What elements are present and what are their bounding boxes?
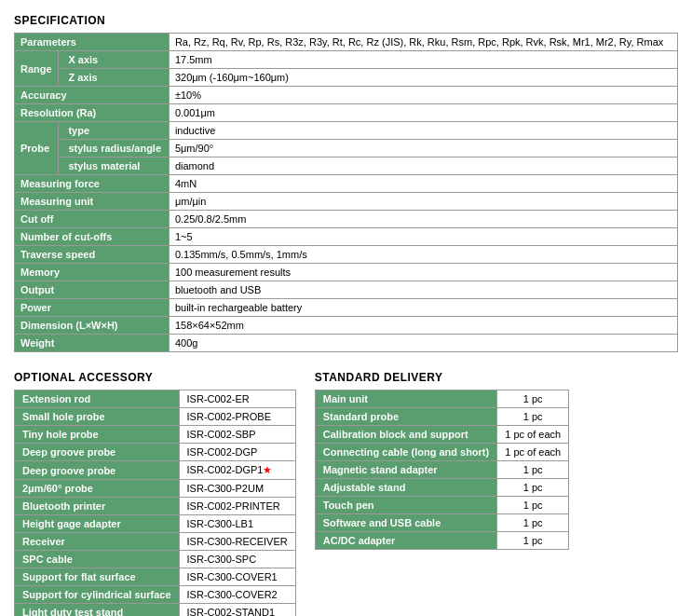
delivery-section: STANDARD DELIVERY Main unit 1 pc Standar… xyxy=(315,371,569,550)
memory-value: 100 measurement results xyxy=(169,264,677,281)
table-row: Number of cut-offs 1~5 xyxy=(15,228,678,246)
opt-label: Bluetooth printer xyxy=(15,498,180,515)
table-row: Height gage adapter ISR-C300-LB1 xyxy=(15,515,296,533)
table-row: AC/DC adapter 1 pc xyxy=(315,532,568,550)
del-label: Software and USB cable xyxy=(315,514,496,532)
table-row: Adjustable stand 1 pc xyxy=(315,479,568,497)
numcuts-value: 1~5 xyxy=(169,228,677,246)
range-label: Range xyxy=(15,51,59,87)
opt-value: ISR-C300-RECEIVER xyxy=(179,533,295,551)
table-row: Output bluetooth and USB xyxy=(15,281,678,299)
opt-label: 2μm/60° probe xyxy=(15,480,180,498)
range-z-label: Z axis xyxy=(59,69,170,87)
delivery-table: Main unit 1 pc Standard probe 1 pc Calib… xyxy=(315,390,569,550)
tspeed-label: Traverse speed xyxy=(15,246,170,264)
opt-label: Height gage adapter xyxy=(15,515,180,533)
table-row: Dimension (L×W×H) 158×64×52mm xyxy=(15,317,678,335)
table-row: 2μm/60° probe ISR-C300-P2UM xyxy=(15,480,296,498)
weight-value: 400g xyxy=(169,335,677,352)
spec-section: SPECIFICATION Parameters Ra, Rz, Rq, Rv,… xyxy=(14,14,678,352)
probe-type-label: type xyxy=(59,122,170,140)
table-row: Cut off 0.25/0.8/2.5mm xyxy=(15,211,678,228)
accuracy-label: Accuracy xyxy=(15,87,170,104)
cutoff-label: Cut off xyxy=(15,211,170,228)
power-value: built-in rechargeable battery xyxy=(169,299,677,317)
table-row: stylus radius/angle 5μm/90° xyxy=(15,140,678,157)
table-row: Traverse speed 0.135mm/s, 0.5mm/s, 1mm/s xyxy=(15,246,678,264)
opt-label: Light duty test stand xyxy=(15,604,180,617)
table-row: Accuracy ±10% xyxy=(15,87,678,104)
del-label: Magnetic stand adapter xyxy=(315,461,496,479)
dimension-label: Dimension (L×W×H) xyxy=(15,317,170,335)
del-label: Main unit xyxy=(315,390,496,408)
tspeed-value: 0.135mm/s, 0.5mm/s, 1mm/s xyxy=(169,246,677,264)
opt-value: ISR-C300-COVER1 xyxy=(179,568,295,586)
del-label: Adjustable stand xyxy=(315,479,496,497)
optional-section: OPTIONAL ACCESSORY Extension rod ISR-C00… xyxy=(14,371,296,616)
del-value: 1 pc xyxy=(497,497,569,514)
opt-label: SPC cable xyxy=(15,551,180,568)
table-row: stylus material diamond xyxy=(15,157,678,175)
opt-value: ISR-C300-P2UM xyxy=(179,480,295,498)
opt-label: Deep groove probe xyxy=(15,444,180,461)
probe-type-value: inductive xyxy=(169,122,677,140)
param-label: Parameters xyxy=(15,34,170,51)
spec-title: SPECIFICATION xyxy=(14,14,678,27)
opt-value: ISR-C002-DGP1★ xyxy=(179,461,295,480)
cutoff-value: 0.25/0.8/2.5mm xyxy=(169,211,677,228)
table-row: Calibration block and support 1 pc of ea… xyxy=(315,426,568,444)
opt-value: ISR-C002-PROBE xyxy=(179,408,295,426)
opt-value: ISR-C002-STAND1 xyxy=(179,604,295,617)
table-row: Magnetic stand adapter 1 pc xyxy=(315,461,568,479)
table-row: Main unit 1 pc xyxy=(315,390,568,408)
del-label: Touch pen xyxy=(315,497,496,514)
del-value: 1 pc xyxy=(497,390,569,408)
weight-label: Weight xyxy=(15,335,170,352)
table-row: Connecting cable (long and short) 1 pc o… xyxy=(315,444,568,461)
table-row: Resolution (Ra) 0.001μm xyxy=(15,104,678,122)
table-row: Light duty test stand ISR-C002-STAND1 xyxy=(15,604,296,617)
optional-table: Extension rod ISR-C002-ER Small hole pro… xyxy=(14,390,296,616)
table-row: Touch pen 1 pc xyxy=(315,497,568,514)
mforce-label: Measuring force xyxy=(15,175,170,193)
opt-label: Extension rod xyxy=(15,390,180,408)
opt-value: ISR-C002-PRINTER xyxy=(179,498,295,515)
memory-label: Memory xyxy=(15,264,170,281)
table-row: SPC cable ISR-C300-SPC xyxy=(15,551,296,568)
table-row: Power built-in rechargeable battery xyxy=(15,299,678,317)
opt-value: ISR-C300-LB1 xyxy=(179,515,295,533)
table-row: Weight 400g xyxy=(15,335,678,352)
optional-title: OPTIONAL ACCESSORY xyxy=(14,371,296,384)
delivery-title: STANDARD DELIVERY xyxy=(315,371,569,384)
del-value: 1 pc xyxy=(497,461,569,479)
probe-material-label: stylus material xyxy=(59,157,170,175)
power-label: Power xyxy=(15,299,170,317)
table-row: Probe type inductive xyxy=(15,122,678,140)
del-label: AC/DC adapter xyxy=(315,532,496,550)
del-value: 1 pc xyxy=(497,408,569,426)
resolution-label: Resolution (Ra) xyxy=(15,104,170,122)
param-value: Ra, Rz, Rq, Rv, Rp, Rs, R3z, R3y, Rt, Rc… xyxy=(169,34,677,51)
munit-value: μm/μin xyxy=(169,193,677,211)
table-row: Measuring force 4mN xyxy=(15,175,678,193)
opt-label: Small hole probe xyxy=(15,408,180,426)
table-row: Support for cylindrical surface ISR-C300… xyxy=(15,586,296,604)
accuracy-value: ±10% xyxy=(169,87,677,104)
probe-radius-value: 5μm/90° xyxy=(169,140,677,157)
del-value: 1 pc xyxy=(497,532,569,550)
probe-label: Probe xyxy=(15,122,59,175)
opt-label: Deep groove probe xyxy=(15,461,180,480)
range-x-label: X axis xyxy=(59,51,170,69)
del-value: 1 pc of each xyxy=(497,426,569,444)
probe-radius-label: stylus radius/angle xyxy=(59,140,170,157)
mforce-value: 4mN xyxy=(169,175,677,193)
del-label: Connecting cable (long and short) xyxy=(315,444,496,461)
opt-label: Tiny hole probe xyxy=(15,426,180,444)
asterisk-icon: ★ xyxy=(263,464,272,475)
table-row: Software and USB cable 1 pc xyxy=(315,514,568,532)
table-row: Receiver ISR-C300-RECEIVER xyxy=(15,533,296,551)
opt-label: Support for cylindrical surface xyxy=(15,586,180,604)
spec-table: Parameters Ra, Rz, Rq, Rv, Rp, Rs, R3z, … xyxy=(14,33,678,352)
del-label: Calibration block and support xyxy=(315,426,496,444)
table-row: Small hole probe ISR-C002-PROBE xyxy=(15,408,296,426)
